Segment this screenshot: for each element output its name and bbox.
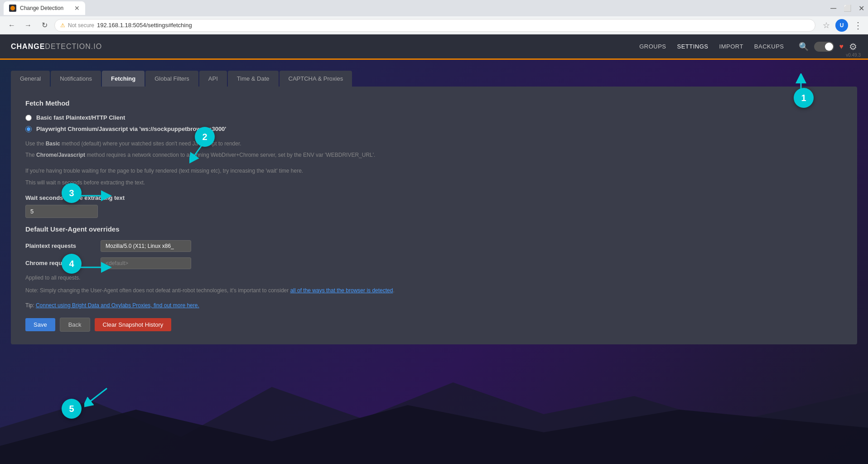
address-bar[interactable]: ⚠ Not secure 192.168.1.18:5054/settings#… (54, 19, 815, 32)
radio-playwright-input[interactable] (25, 126, 32, 132)
main-content: General Notifications Fetching Global Fi… (0, 60, 868, 464)
version-label: v0.49.3 (846, 53, 861, 58)
back-button[interactable]: Back (60, 318, 90, 332)
settings-container: General Notifications Fetching Global Fi… (0, 60, 868, 464)
nav-icons: 🔍 ♥ ⚙ (799, 41, 858, 52)
wait-seconds-group: Wait seconds before extracting text (25, 194, 843, 218)
save-button[interactable]: Save (25, 318, 55, 331)
url-text: 192.168.1.18:5054/settings#fetching (97, 22, 192, 29)
help-text-basic: Use the Basic method (default) where you… (25, 140, 843, 148)
ua-chrome-label: Chrome requests (25, 260, 93, 266)
tab-time-date[interactable]: Time & Date (228, 71, 279, 87)
tab-title: Change Detection (20, 5, 63, 11)
radio-basic-input[interactable] (25, 115, 32, 121)
radio-basic[interactable]: Basic fast Plaintext/HTTP Client (25, 114, 843, 121)
wait-tip-section: If you're having trouble waiting for the… (25, 167, 843, 187)
help-text-chrome: The Chrome/Javascript method requires a … (25, 151, 843, 160)
annotation-3: 3 (62, 183, 82, 203)
action-buttons: Save Back Clear Snapshot History (25, 318, 843, 332)
browser-titlebar: Change Detection ✕ ─ ⬜ ✕ (0, 0, 868, 16)
ua-chrome-input[interactable] (101, 257, 191, 269)
settings-tabs: General Notifications Fetching Global Fi… (11, 71, 857, 87)
fetch-methods-group: Basic fast Plaintext/HTTP Client Playwri… (25, 114, 843, 132)
nav-settings[interactable]: SETTINGS (677, 43, 709, 50)
wait-tip-text: If you're having trouble waiting for the… (25, 167, 843, 175)
wait-seconds-input[interactable] (25, 205, 98, 218)
ua-plaintext-label: Plaintext requests (25, 242, 93, 249)
annotation-4: 4 (62, 254, 82, 274)
proxy-tip-link[interactable]: Connect using Bright Data and Oxylabs Pr… (36, 302, 199, 309)
browser-detect-link[interactable]: all of the ways that the browser is dete… (290, 287, 393, 294)
browser-controls: ← → ↻ ⚠ Not secure 192.168.1.18:5054/set… (0, 16, 868, 34)
brand-change: CHANGE (11, 43, 45, 50)
tab-fetching[interactable]: Fetching (102, 71, 145, 87)
tab-favicon (9, 5, 16, 12)
back-nav-button[interactable]: ← (5, 19, 18, 32)
search-icon[interactable]: 🔍 (799, 42, 809, 52)
bookmark-button[interactable]: ☆ (823, 20, 830, 30)
nav-backups[interactable]: BACKUPS (754, 43, 784, 50)
annotation-1: 1 (794, 88, 814, 108)
annotation-5: 5 (62, 399, 82, 419)
applied-text: Applied to all requests. (25, 275, 843, 281)
radio-basic-label: Basic fast Plaintext/HTTP Client (36, 114, 125, 121)
fetch-method-title: Fetch Method (25, 99, 843, 107)
annotation-2: 2 (195, 127, 215, 147)
wait-seconds-label: Wait seconds before extracting text (25, 194, 843, 201)
minimize-button[interactable]: ─ (830, 4, 836, 13)
tab-global-filters[interactable]: Global Filters (145, 71, 198, 87)
heart-icon[interactable]: ♥ (839, 43, 844, 51)
ua-section-title: Default User-Agent overrides (25, 225, 843, 233)
browser-frame: Change Detection ✕ ─ ⬜ ✕ ← → ↻ ⚠ Not sec… (0, 0, 868, 464)
github-icon[interactable]: ⚙ (849, 41, 857, 52)
ua-chrome-row: Chrome requests (25, 257, 843, 269)
clear-snapshot-button[interactable]: Clear Snapshot History (95, 318, 172, 331)
brand-detection: DETECTION.IO (45, 43, 102, 50)
ua-plaintext-input[interactable] (101, 240, 191, 252)
not-secure-label: Not secure (68, 22, 94, 29)
ua-plaintext-row: Plaintext requests (25, 240, 843, 252)
tab-api[interactable]: API (199, 71, 227, 87)
tab-captcha-proxies[interactable]: CAPTCHA & Proxies (280, 71, 352, 87)
forward-nav-button[interactable]: → (22, 19, 34, 32)
app-wrapper: CHANGEDETECTION.IO GROUPS SETTINGS IMPOR… (0, 34, 868, 464)
nav-groups[interactable]: GROUPS (639, 43, 666, 50)
wait-tip-text2: This will wait n seconds before extracti… (25, 179, 843, 187)
brand-logo: CHANGEDETECTION.IO (11, 43, 102, 51)
radio-playwright[interactable]: Playwright Chromium/Javascript via 'ws:/… (25, 126, 843, 132)
profile-button[interactable]: U (835, 19, 848, 32)
user-agent-section: Default User-Agent overrides Plaintext r… (25, 225, 843, 295)
top-nav: CHANGEDETECTION.IO GROUPS SETTINGS IMPOR… (0, 34, 868, 60)
note-text: Note: Simply changing the User-Agent oft… (25, 286, 843, 295)
tip-line: Tip: Connect using Bright Data and Oxyla… (25, 302, 843, 309)
nav-links: GROUPS SETTINGS IMPORT BACKUPS 🔍 ♥ ⚙ (639, 41, 857, 52)
close-button[interactable]: ✕ (858, 4, 864, 13)
tab-close-button[interactable]: ✕ (74, 5, 80, 12)
reload-button[interactable]: ↻ (38, 19, 51, 32)
tab-notifications[interactable]: Notifications (51, 71, 101, 87)
dark-mode-toggle[interactable] (814, 42, 834, 52)
restore-button[interactable]: ⬜ (844, 5, 851, 12)
browser-menu-button[interactable]: ⋮ (854, 20, 863, 31)
browser-tab[interactable]: Change Detection ✕ (4, 1, 85, 15)
tab-general[interactable]: General (11, 71, 50, 87)
security-warning-icon: ⚠ (60, 22, 65, 29)
settings-card: Fetch Method Basic fast Plaintext/HTTP C… (11, 87, 857, 344)
tip-prefix: Tip: (25, 302, 34, 309)
nav-import[interactable]: IMPORT (719, 43, 743, 50)
